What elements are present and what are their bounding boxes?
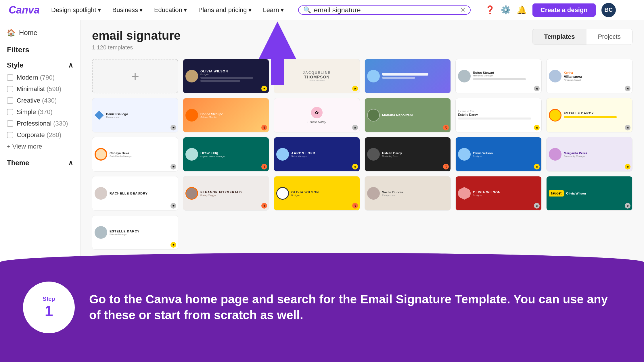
notifications-icon[interactable]: 🔔 [517, 5, 527, 15]
template-card-17[interactable]: Olivia Wilson Designer ★ [455, 137, 542, 172]
template-card-8[interactable]: Donna Stroupe Cabinet Member ₹ [183, 98, 269, 132]
template-card-22[interactable]: Sacha Dubois Entrepreneur [365, 176, 451, 211]
sidebar-home[interactable]: 🏠 Home [7, 29, 73, 37]
modern-checkbox[interactable] [7, 74, 13, 81]
settings-icon[interactable]: ⚙️ [501, 5, 511, 15]
nav-education[interactable]: Education ▾ [151, 5, 190, 16]
filter-simple[interactable]: Simple (370) [7, 108, 73, 116]
template-card-9[interactable]: ✿ Estelle Darcy ★ [274, 98, 360, 132]
premium-badge: ★ [170, 242, 176, 248]
template-card-18[interactable]: Margarita Perez Community Manager ★ [546, 137, 632, 172]
premium-badge: ₹ [261, 164, 267, 170]
content-header: email signature 1,120 templates Template… [92, 29, 632, 51]
template-grid: + OLIVIA WILSON Designer ★ [92, 59, 632, 250]
minimalist-checkbox[interactable] [7, 86, 13, 92]
nav-plans-pricing[interactable]: Plans and pricing ▾ [195, 5, 254, 16]
creative-checkbox[interactable] [7, 97, 13, 104]
filter-minimalist[interactable]: Minimalist (590) [7, 85, 73, 93]
style-section-header[interactable]: Style ∧ [7, 61, 73, 69]
help-icon[interactable]: ❓ [485, 5, 495, 15]
create-design-button[interactable]: Create a design [532, 3, 596, 17]
premium-badge: ₹ [443, 164, 449, 170]
premium-badge: ₹ [261, 203, 267, 209]
premium-badge: ★ [170, 203, 176, 209]
premium-badge: ★ [352, 164, 358, 170]
theme-section-header[interactable]: Theme ∧ [7, 159, 73, 167]
premium-badge: ★ [534, 164, 540, 170]
template-card-25[interactable]: ESTELLE DARCY Finance Manager ★ [92, 215, 178, 250]
filter-professional[interactable]: Professional (330) [7, 120, 73, 127]
premium-badge: ★ [534, 86, 540, 91]
template-card-2[interactable]: OLIVIA WILSON Designer ★ [183, 59, 269, 93]
chevron-up-icon-theme: ∧ [68, 159, 73, 167]
canva-logo[interactable]: Canva [9, 4, 40, 16]
view-more-button[interactable]: + View more [7, 143, 73, 150]
template-card-23[interactable]: OLIVIA WILSON Designer ★ [455, 176, 542, 211]
page-title: email signature [92, 29, 181, 43]
template-card-14[interactable]: Drew Feig Digital Content Manager ₹ [183, 137, 269, 172]
simple-checkbox[interactable] [7, 109, 13, 115]
home-icon: 🏠 [7, 29, 16, 37]
premium-badge: ₹ [352, 203, 358, 209]
template-card-12[interactable]: ESTELLE DARCY ★ [546, 98, 632, 132]
template-card-21[interactable]: OLIVIA WILSON Designer ₹ [274, 176, 360, 211]
nav-icons: ❓ ⚙️ 🔔 [485, 5, 527, 15]
nav-business[interactable]: Business ▾ [110, 5, 145, 16]
premium-badge: ★ [625, 86, 630, 91]
step-description: Go to the Canva home page and search for… [89, 292, 621, 323]
style-section: Style ∧ Modern (790) Minimalist (590) Cr… [7, 61, 73, 150]
premium-badge: ★ [352, 125, 358, 130]
template-card-16[interactable]: Estelle Darcy Marketing Exec ₹ [365, 137, 451, 172]
premium-badge: ★ [625, 203, 630, 209]
template-card-7[interactable]: Daniel Gallego Entrepreneur ★ [92, 98, 178, 132]
template-card-24[interactable]: fauget Olivia Wilson ★ [546, 176, 632, 211]
search-bar: 🔍 ✕ [298, 5, 471, 15]
premium-badge: ★ [352, 86, 358, 91]
template-card-6[interactable]: Korina Villanueva Financial Analyst ★ [546, 59, 632, 93]
filter-modern[interactable]: Modern (790) [7, 74, 73, 81]
template-card-13[interactable]: Cahaya Dewi Social Media Manager ★ [92, 137, 178, 172]
premium-badge: ★ [170, 164, 176, 170]
template-card-4[interactable] [365, 59, 451, 93]
template-card-20[interactable]: ELEANOR FITZGERALD Beauty Vlogger ₹ [183, 176, 269, 211]
template-card-19[interactable]: RACHELLE BEAUDRY ★ [92, 176, 178, 211]
navbar: Canva Design spotlight ▾ Business ▾ Educ… [0, 0, 644, 20]
tab-templates[interactable]: Templates [532, 29, 586, 45]
add-template-icon: + [131, 68, 139, 84]
premium-badge: ★ [170, 125, 176, 130]
premium-badge: ★ [625, 125, 630, 130]
template-card-add[interactable]: + [92, 59, 178, 93]
bottom-overlay: Step 1 Go to the Canva home page and sea… [0, 253, 644, 362]
tab-projects[interactable]: Projects [586, 29, 632, 45]
filter-corporate[interactable]: Corporate (280) [7, 131, 73, 139]
premium-badge: ★ [261, 86, 267, 91]
template-card-11[interactable]: Liceria & Co Estelle Darcy ★ [455, 98, 542, 132]
premium-badge: ★ [625, 164, 630, 170]
template-card-3[interactable]: JACQUELINE THOMPSON Virtual Assistant ★ [274, 59, 360, 93]
avatar[interactable]: BC [601, 3, 616, 17]
premium-badge: ₹ [261, 125, 267, 130]
content-tabs: Templates Projects [532, 29, 632, 45]
template-card-15[interactable]: AARON LOEB Sales Manager ★ [274, 137, 360, 172]
premium-badge: ₹ [443, 125, 449, 130]
content-title-group: email signature 1,120 templates [92, 29, 181, 51]
professional-checkbox[interactable] [7, 120, 13, 127]
clear-search-icon[interactable]: ✕ [460, 6, 465, 14]
nav-design-spotlight[interactable]: Design spotlight ▾ [48, 5, 104, 16]
filter-creative[interactable]: Creative (430) [7, 97, 73, 104]
template-count: 1,120 templates [92, 44, 181, 51]
search-input[interactable] [314, 6, 457, 14]
step-badge: Step 1 [23, 282, 75, 333]
premium-badge: ★ [534, 203, 540, 209]
premium-badge: ★ [534, 125, 540, 130]
template-card-10[interactable]: Mariana Napolitani ₹ [365, 98, 451, 132]
theme-section: Theme ∧ [7, 159, 73, 167]
template-card-5[interactable]: Rufus Stewart Marketing Manager ★ [455, 59, 542, 93]
corporate-checkbox[interactable] [7, 132, 13, 138]
search-icon: 🔍 [303, 6, 311, 14]
filters-title: Filters [7, 45, 73, 54]
chevron-up-icon: ∧ [68, 61, 73, 69]
nav-learn[interactable]: Learn ▾ [260, 5, 287, 16]
